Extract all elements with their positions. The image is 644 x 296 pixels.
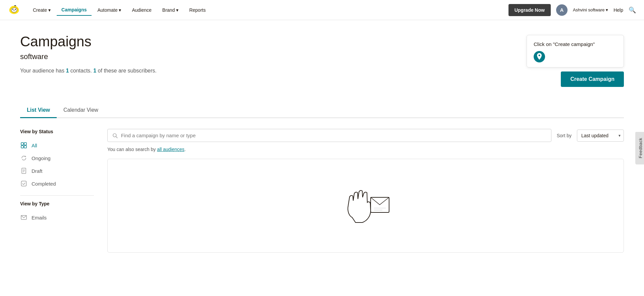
svg-point-3 <box>15 9 16 10</box>
nav-automate[interactable]: Automate <box>93 5 126 15</box>
nav-audience[interactable]: Audience <box>127 5 156 15</box>
header-right: Click on "Create campaign" Create Campai… <box>527 35 624 87</box>
svg-point-2 <box>12 9 13 10</box>
main-content: Campaigns software Your audience has 1 c… <box>0 20 644 296</box>
nav-brand[interactable]: Brand <box>158 5 183 15</box>
svg-rect-13 <box>21 181 26 186</box>
check-icon <box>20 180 28 187</box>
view-by-status-title: View by Status <box>20 129 94 134</box>
search-input[interactable] <box>121 133 546 138</box>
page-subtitle: software <box>20 52 157 61</box>
page-header: Campaigns software Your audience has 1 c… <box>20 34 624 87</box>
nav-create[interactable]: Create <box>28 5 55 15</box>
search-icon[interactable]: 🔍 <box>629 6 636 14</box>
sidebar-item-emails-label: Emails <box>32 215 47 220</box>
sidebar-item-ongoing[interactable]: Ongoing <box>20 152 94 164</box>
avatar[interactable]: A <box>556 4 568 16</box>
user-name[interactable]: Ashvini software <box>573 7 608 12</box>
tab-list-view[interactable]: List View <box>20 103 57 118</box>
svg-rect-6 <box>24 143 26 145</box>
search-sort-row: Sort by Last updated Date created Name ▾ <box>107 129 624 142</box>
main-panel: Sort by Last updated Date created Name ▾… <box>107 129 624 253</box>
svg-rect-8 <box>24 146 26 148</box>
sidebar-item-emails[interactable]: Emails <box>20 211 94 224</box>
upgrade-button[interactable]: Upgrade Now <box>508 4 551 16</box>
svg-line-16 <box>116 136 117 138</box>
tooltip-icon <box>534 51 545 62</box>
search-box <box>107 129 551 142</box>
view-by-type-title: View by Type <box>20 201 94 206</box>
sort-label: Sort by <box>557 133 572 138</box>
email-icon <box>20 214 28 221</box>
svg-rect-5 <box>21 143 23 145</box>
sidebar-item-draft[interactable]: Draft <box>20 164 94 177</box>
sidebar-item-completed-label: Completed <box>32 181 56 187</box>
nav-links: Create Campaigns Automate Audience Brand… <box>28 4 508 16</box>
sidebar: View by Status All <box>20 129 94 253</box>
audience-info: Your audience has 1 contacts. 1 of these… <box>20 68 157 74</box>
tooltip-text: Click on "Create campaign" <box>534 41 617 47</box>
page-title: Campaigns <box>20 34 157 50</box>
refresh-icon <box>20 154 28 162</box>
sort-select[interactable]: Last updated Date created Name <box>577 130 624 142</box>
chevron-down-icon <box>606 7 608 12</box>
create-campaign-button[interactable]: Create Campaign <box>561 71 624 87</box>
sidebar-item-all[interactable]: All <box>20 139 94 152</box>
sidebar-item-draft-label: Draft <box>32 168 43 174</box>
help-link[interactable]: Help <box>613 7 623 13</box>
feedback-tab[interactable]: Feedback <box>635 132 644 164</box>
document-icon <box>20 167 28 175</box>
all-audiences-link[interactable]: all audiences <box>157 147 184 152</box>
search-icon <box>112 133 118 138</box>
sidebar-item-completed[interactable]: Completed <box>20 177 94 190</box>
chevron-down-icon <box>119 7 121 13</box>
sidebar-divider <box>20 195 94 196</box>
content-area: View by Status All <box>20 129 624 253</box>
sidebar-item-all-label: All <box>32 143 37 148</box>
svg-rect-7 <box>21 146 23 148</box>
tabs: List View Calendar View <box>20 103 624 118</box>
chevron-down-icon <box>48 7 51 13</box>
all-audiences-note: You can also search by all audiences. <box>107 147 624 152</box>
navbar: Create Campaigns Automate Audience Brand… <box>0 0 644 20</box>
empty-state-card <box>107 159 624 253</box>
empty-illustration <box>335 179 396 233</box>
nav-reports[interactable]: Reports <box>184 5 210 15</box>
sidebar-item-ongoing-label: Ongoing <box>32 155 51 161</box>
tab-calendar-view[interactable]: Calendar View <box>57 103 105 118</box>
grid-icon <box>20 142 28 149</box>
tooltip-box: Click on "Create campaign" <box>527 35 624 67</box>
nav-right: Upgrade Now A Ashvini software Help 🔍 <box>508 4 636 16</box>
chevron-down-icon <box>176 7 178 13</box>
page-header-left: Campaigns software Your audience has 1 c… <box>20 34 157 74</box>
sort-wrapper: Last updated Date created Name ▾ <box>577 130 624 142</box>
logo[interactable] <box>8 3 20 17</box>
nav-campaigns[interactable]: Campaigns <box>57 4 91 16</box>
